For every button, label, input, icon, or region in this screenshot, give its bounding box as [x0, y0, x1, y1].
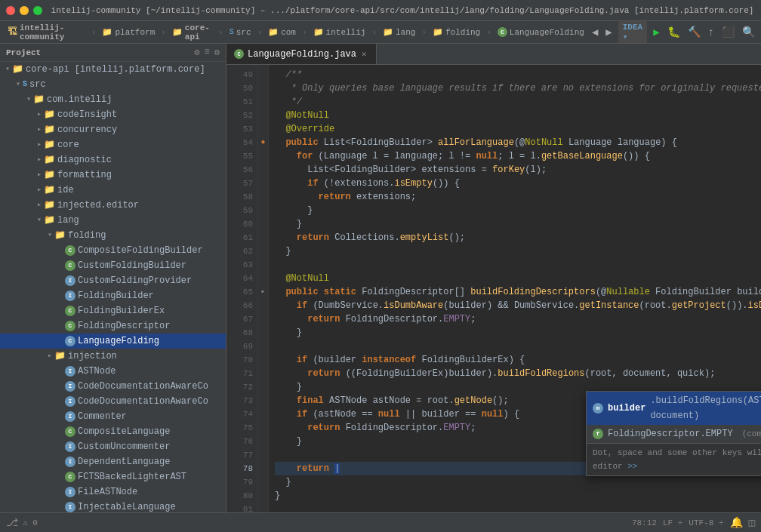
class-icon-deplang: I [65, 457, 75, 467]
tree-item-core[interactable]: 📁 core [0, 137, 226, 152]
nav-item-coreapi[interactable]: 📁 core-api [169, 22, 215, 43]
tree-item-ide[interactable]: 📁 ide [0, 183, 226, 198]
tab-close-button[interactable]: ✕ [360, 49, 368, 59]
tree-item-comintellij[interactable]: 📁 com.intellij [0, 92, 226, 107]
tab-bar: C LanguageFolding.java ✕ [226, 44, 761, 65]
label-concurrency: concurrency [57, 123, 117, 137]
code-line-55: for (Language l = language; l != null; l… [275, 149, 755, 163]
tree-item-src[interactable]: S src [0, 77, 226, 92]
class-icon-custuncomm: I [65, 441, 75, 452]
tree-item-concurrency[interactable]: 📁 concurrency [0, 122, 226, 137]
sidebar-gear-icon[interactable]: ⚙ [214, 47, 220, 58]
tree-item-CompositeFoldingBuilder[interactable]: C CompositeFoldingBuilder [0, 243, 226, 258]
nav-item-folding[interactable]: 📁 folding [430, 26, 483, 38]
encoding[interactable]: UTF-8 ÷ [689, 518, 723, 527]
code-line-51: */ [275, 95, 755, 109]
debug-button[interactable]: 🐛 [666, 24, 682, 40]
tree-item-CompositeLanguage[interactable]: C CompositeLanguage [0, 424, 226, 439]
status-left: ⎇ ⚠ 0 [6, 516, 626, 529]
label-lang: lang [57, 214, 79, 227]
tree-item-CodeDoc1[interactable]: I CodeDocumentationAwareCo [0, 379, 226, 394]
tree-item-diagnostic[interactable]: 📁 diagnostic [0, 152, 226, 168]
tree-item-LanguageFolding[interactable]: C LanguageFolding [0, 334, 226, 349]
line-endings[interactable]: LF ÷ [663, 518, 682, 527]
nav-item-class[interactable]: C LanguageFolding [494, 26, 587, 38]
maximize-button[interactable] [33, 6, 42, 15]
tree-item-root[interactable]: 📁 core-api [intellij.platform.core] [0, 62, 226, 77]
label-CustomFoldingProvider: CustomFoldingProvider [78, 274, 192, 288]
tree-item-CodeDoc2[interactable]: I CodeDocumentationAwareCo [0, 394, 226, 409]
tree-item-folding[interactable]: 📁 folding [0, 228, 226, 243]
arrow-formatting [35, 168, 44, 182]
folder-icon4: 📁 [313, 27, 324, 37]
label-CodeDoc2: CodeDocumentationAwareCo [78, 395, 208, 408]
ac-item2-package: (com.intellij.lang... [742, 426, 761, 441]
tree-item-injected[interactable]: 📁 injected.editor [0, 198, 226, 213]
tree-item-formatting[interactable]: 📁 formatting [0, 168, 226, 183]
run-button[interactable]: ▶ [652, 24, 661, 40]
tree-item-FCTS[interactable]: C FCTSBackedLighterAST [0, 469, 226, 484]
code-line-64: @NotNull [275, 272, 755, 285]
folder-icon6: 📁 [433, 27, 443, 37]
terminal-button[interactable]: ⬛ [720, 24, 736, 40]
sidebar-header: Project ⚙ ≡ ⚙ [0, 44, 226, 62]
tree-item-CustomFoldingProvider[interactable]: I CustomFoldingProvider [0, 273, 226, 288]
vcs-button[interactable]: ↑ [707, 25, 716, 40]
arrow-concurrency [35, 123, 44, 137]
tree-item-Commenter[interactable]: I Commenter [0, 409, 226, 424]
folder-icon: 📁 [102, 27, 112, 37]
nav-sep6: › [371, 28, 377, 37]
tree-item-DependentLanguage[interactable]: I DependentLanguage [0, 454, 226, 469]
sidebar-layout-icon[interactable]: ≡ [205, 47, 210, 58]
line-numbers: 49 50 51 52 53 54 55 56 57 58 59 60 61 6… [226, 65, 258, 512]
tree-item-CustomUncommenter[interactable]: I CustomUncommenter [0, 439, 226, 454]
nav-item-lang[interactable]: 📁 lang [380, 26, 418, 38]
tree-item-injection[interactable]: 📁 injection [0, 349, 226, 364]
build-button[interactable]: 🔨 [686, 24, 702, 40]
nav-item-src[interactable]: S src [226, 26, 254, 38]
folder-icon2: 📁 [172, 27, 183, 37]
tab-languagefolding[interactable]: C LanguageFolding.java ✕ [226, 44, 377, 64]
git-icon[interactable]: ⎇ [6, 516, 18, 529]
close-button[interactable] [6, 6, 15, 15]
label-InjectableLanguage: InjectableLanguage [78, 500, 176, 512]
nav-item-intellij[interactable]: 📁 intellij [310, 26, 369, 38]
autocomplete-popup[interactable]: m builder.buildFoldRegions(ASTNode node,… [586, 391, 761, 476]
code-line-70: if (builder instanceof FoldingBuilderEx)… [275, 353, 755, 367]
nav-item-project[interactable]: 🏗 intellij-community [5, 22, 88, 43]
nav-item-com[interactable]: 📁 com [265, 26, 299, 38]
class-icon-cfp: I [65, 275, 75, 286]
sidebar-settings-icon[interactable]: ⚙ [194, 47, 199, 58]
folder-icon5: 📁 [383, 27, 393, 37]
tree-item-FileASTNode[interactable]: I FileASTNode [0, 484, 226, 500]
arrow-lang [35, 214, 44, 227]
idea-button[interactable]: IDEA ▾ [618, 21, 647, 43]
label-CompositeLanguage: CompositeLanguage [78, 425, 170, 438]
tree-item-ASTNode[interactable]: I ASTNode [0, 364, 226, 379]
nav-item-platform[interactable]: 📁 platform [99, 26, 158, 38]
tree-item-FoldingBuilder[interactable]: I FoldingBuilder [0, 288, 226, 303]
tree-item-InjectableLanguage[interactable]: I InjectableLanguage [0, 500, 226, 512]
forward-button[interactable]: ▶ [604, 24, 613, 40]
search-button[interactable]: 🔍 [741, 24, 756, 40]
tree-item-FoldingDescriptor[interactable]: C FoldingDescriptor [0, 318, 226, 334]
ac-item-foldingempty[interactable]: f FoldingDescriptor.EMPTY (com.intellij.… [587, 425, 761, 443]
status-problems[interactable]: ⚠ 0 [23, 518, 38, 527]
ac-item-buildfoldregions[interactable]: m builder.buildFoldRegions(ASTNode node,… [587, 392, 761, 425]
tree-item-CustomFoldingBuilder[interactable]: C CustomFoldingBuilder [0, 258, 226, 273]
label-FoldingBuilderEx: FoldingBuilderEx [78, 304, 165, 318]
code-content[interactable]: /** * Only queries base language results… [269, 65, 761, 512]
label-Commenter: Commenter [78, 410, 127, 423]
project-tree: 📁 core-api [intellij.platform.core] S sr… [0, 62, 226, 512]
minimize-button[interactable] [20, 6, 29, 15]
cursor-position[interactable]: 78:12 [632, 518, 657, 527]
nav-class-label: LanguageFolding [510, 28, 584, 37]
back-button[interactable]: ◀ [590, 24, 599, 40]
label-DependentLanguage: DependentLanguage [78, 455, 170, 469]
tree-item-FoldingBuilderEx[interactable]: C FoldingBuilderEx [0, 303, 226, 318]
memory-icon[interactable]: ◫ [749, 516, 755, 529]
notifications-icon[interactable]: 🔔 [730, 516, 743, 529]
tree-item-lang[interactable]: 📁 lang [0, 213, 226, 228]
code-line-62: } [275, 244, 755, 258]
tree-item-codeinsight[interactable]: 📁 codeInsight [0, 107, 226, 122]
